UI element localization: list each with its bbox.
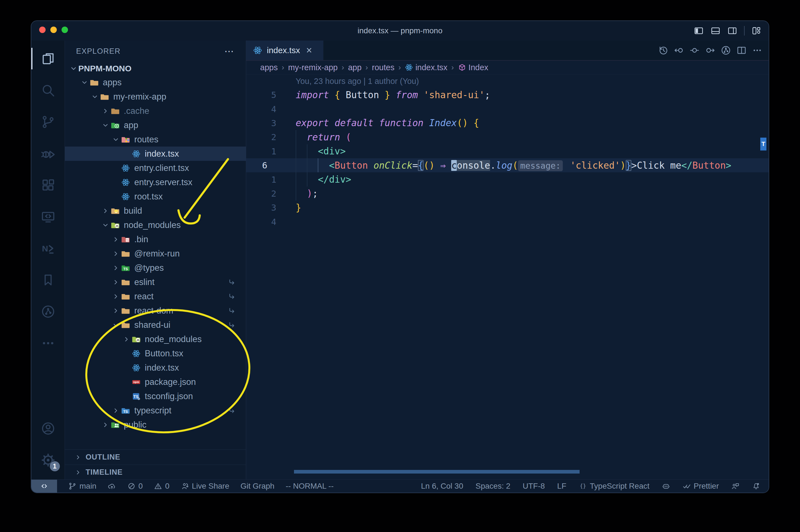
- chevron-right-icon: [111, 235, 121, 243]
- activity-settings-gear-icon[interactable]: 1: [31, 444, 65, 476]
- status-git-branch[interactable]: main: [68, 482, 96, 491]
- tree-item--remix-run[interactable]: @remix-run: [65, 246, 246, 261]
- tree-item-package-json[interactable]: npmpackage.json: [65, 375, 246, 389]
- tree-item-shared-ui[interactable]: shared-ui: [65, 318, 246, 332]
- customize-layout-icon[interactable]: [751, 26, 761, 36]
- nav-location-icon[interactable]: [689, 45, 700, 56]
- code-line: 5import { Button } from 'shared-ui';: [246, 88, 769, 102]
- activity-bookmarks-icon[interactable]: [31, 264, 65, 296]
- status-encoding[interactable]: UTF-8: [523, 482, 545, 491]
- folder-icon: [100, 92, 109, 101]
- gitlens-graph-icon[interactable]: [721, 45, 731, 56]
- tree-item-entry-server-tsx[interactable]: entry.server.tsx: [65, 175, 246, 189]
- tree-item-label: react: [134, 291, 154, 302]
- status-vim-mode[interactable]: -- NORMAL --: [286, 482, 334, 491]
- tree-item-label: apps: [103, 77, 122, 88]
- tree-item-app[interactable]: app: [65, 118, 246, 132]
- breadcrumb-app[interactable]: app: [348, 63, 361, 72]
- tree-item-public[interactable]: public: [65, 418, 246, 432]
- folder-icon: [90, 78, 99, 87]
- activity-extensions-icon[interactable]: [31, 169, 65, 201]
- status-remote-indicator[interactable]: [31, 480, 57, 493]
- code-line: 4: [246, 102, 769, 116]
- status-live-share[interactable]: Live Share: [181, 482, 229, 491]
- sidebar-more-actions-icon[interactable]: ⋯: [224, 45, 235, 57]
- status-label: TypeScript React: [590, 482, 649, 491]
- tree-item-root-tsx[interactable]: root.tsx: [65, 189, 246, 204]
- tree-item-entry-client-tsx[interactable]: entry.client.tsx: [65, 161, 246, 175]
- toggle-secondary-sidebar-icon[interactable]: [727, 26, 737, 36]
- status-indentation[interactable]: Spaces: 2: [476, 482, 511, 491]
- status-formatter-prettier[interactable]: Prettier: [683, 482, 719, 491]
- status-problems-warnings[interactable]: 0: [154, 482, 170, 491]
- tab-index-tsx[interactable]: index.tsx ×: [246, 41, 323, 60]
- tree-root-pnpm-mono[interactable]: PNPM-MONO: [65, 62, 246, 75]
- status-label: Git Graph: [241, 482, 274, 491]
- breadcrumb-routes[interactable]: routes: [372, 63, 395, 72]
- tree-item-react[interactable]: react: [65, 289, 246, 303]
- tree-item-label: index.tsx: [145, 149, 179, 159]
- tree-item--cache[interactable]: .cache: [65, 104, 246, 118]
- more-actions-icon[interactable]: [752, 45, 763, 56]
- tree-item-index-tsx[interactable]: index.tsx: [65, 361, 246, 375]
- activity-account-icon[interactable]: [31, 413, 65, 444]
- close-tab-icon[interactable]: ×: [306, 44, 312, 56]
- breadcrumb-apps[interactable]: apps: [260, 63, 278, 72]
- breadcrumb-index[interactable]: Index: [458, 63, 489, 72]
- nav-forward-icon[interactable]: [705, 45, 716, 56]
- tree-item-index-tsx[interactable]: index.tsx: [65, 147, 246, 161]
- tree-item-apps[interactable]: apps: [65, 75, 246, 90]
- tree-item--bin[interactable]: 0110.bin: [65, 232, 246, 246]
- tree-item--types[interactable]: TS@types: [65, 261, 246, 275]
- status-feedback[interactable]: [731, 482, 740, 490]
- tree-item-tsconfig-json[interactable]: TStsconfig.json: [65, 389, 246, 403]
- chevron-right-icon: [74, 454, 82, 461]
- toggle-panel-icon[interactable]: [710, 26, 721, 36]
- tree-item-eslint[interactable]: eslint: [65, 275, 246, 289]
- search-icon: [41, 83, 56, 98]
- activity-source-control-icon[interactable]: [31, 106, 65, 138]
- status-notifications[interactable]: [752, 482, 760, 490]
- tree-item-react-dom[interactable]: react-dom: [65, 303, 246, 318]
- source-control-icon: [41, 114, 56, 130]
- activity-run-debug-icon[interactable]: [31, 138, 65, 169]
- toggle-primary-sidebar-icon[interactable]: [694, 26, 704, 36]
- activity-gitlens-icon[interactable]: [31, 296, 65, 327]
- breadcrumb-label: apps: [260, 63, 278, 72]
- activity-nx-console-icon[interactable]: N: [31, 232, 65, 264]
- split-editor-icon[interactable]: [736, 45, 747, 56]
- status-publish-changes[interactable]: [108, 482, 116, 490]
- activity-explorer-icon[interactable]: [31, 43, 65, 74]
- status-cursor-position[interactable]: Ln 6, Col 30: [421, 482, 463, 491]
- breadcrumb-index-tsx[interactable]: index.tsx: [405, 63, 447, 72]
- tree-item-button-tsx[interactable]: Button.tsx: [65, 346, 246, 361]
- activity-remote-explorer-icon[interactable]: [31, 201, 65, 232]
- cloud-up-icon: [108, 482, 116, 490]
- tree-item-typescript[interactable]: TStypescript: [65, 403, 246, 418]
- window-title: index.tsx — pnpm-mono: [31, 21, 769, 41]
- status-git-graph[interactable]: Git Graph: [241, 482, 274, 491]
- nav-back-icon[interactable]: [673, 45, 684, 56]
- svg-text:npm: npm: [133, 380, 139, 383]
- react-file-icon: [121, 164, 130, 173]
- sidebar-section-timeline[interactable]: TIMELINE: [65, 464, 246, 480]
- horizontal-scrollbar[interactable]: [294, 470, 579, 474]
- sidebar-section-outline[interactable]: OUTLINE: [65, 450, 246, 464]
- history-icon[interactable]: [658, 45, 668, 56]
- tree-item-node-modules[interactable]: JSnode_modules: [65, 332, 246, 346]
- chevron-down-icon: [111, 136, 121, 144]
- status-problems-errors[interactable]: 0: [127, 482, 143, 491]
- tree-item-build[interactable]: build: [65, 204, 246, 218]
- tree-item-node-modules[interactable]: JSnode_modules: [65, 218, 246, 232]
- code-line: 3export default function Index() {: [246, 116, 769, 130]
- tree-item-my-remix-app[interactable]: my-remix-app: [65, 90, 246, 104]
- activity-search-icon[interactable]: [31, 74, 65, 106]
- svg-text:JS: JS: [115, 224, 118, 227]
- activity-more-views-icon[interactable]: [31, 327, 65, 359]
- breadcrumb-my-remix-app[interactable]: my-remix-app: [288, 63, 338, 72]
- status-copilot[interactable]: [662, 482, 670, 490]
- status-language-mode[interactable]: {}TypeScript React: [579, 482, 649, 491]
- status-eol[interactable]: LF: [557, 482, 567, 491]
- code-editor[interactable]: You, 23 hours ago | 1 author (You)5impor…: [246, 74, 769, 480]
- tree-item-routes[interactable]: routes: [65, 132, 246, 147]
